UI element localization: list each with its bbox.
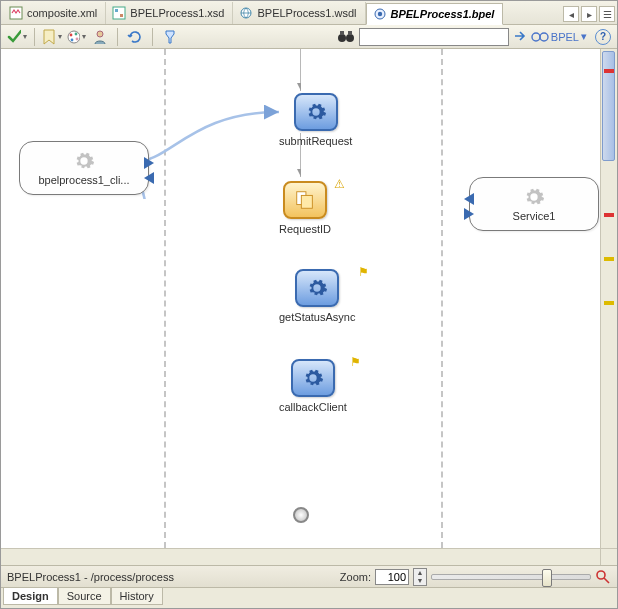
tab-label: BPELProcess1.bpel — [391, 8, 495, 20]
help-button[interactable]: ? — [595, 29, 611, 45]
wsdl-icon — [239, 6, 253, 20]
search-input[interactable] — [359, 28, 509, 46]
tab-controls: ◂ ▸ ☰ — [561, 4, 617, 24]
overview-markers — [604, 69, 614, 345]
design-canvas[interactable]: bpelprocess1_cli... Service1 submitReque… — [1, 49, 617, 566]
bookmarks-button[interactable] — [42, 27, 62, 47]
activity-requestid[interactable]: ⚠ RequestID — [279, 181, 331, 235]
activity-submitrequest[interactable]: submitRequest — [279, 93, 352, 147]
activity-label: callbackClient — [279, 401, 347, 413]
svg-rect-20 — [301, 195, 312, 208]
invoke-icon — [291, 359, 335, 397]
breakpoint-flag-icon: ⚑ — [350, 355, 361, 369]
svg-rect-1 — [113, 7, 125, 19]
binoculars-icon[interactable] — [337, 28, 355, 46]
partner-link-client[interactable]: bpelprocess1_cli... — [19, 141, 149, 195]
validate-button[interactable] — [7, 27, 27, 47]
process-end[interactable] — [293, 507, 309, 523]
svg-point-8 — [70, 33, 73, 36]
search-go-icon[interactable] — [513, 29, 527, 45]
zoom-controls: Zoom: ▲▼ — [340, 568, 611, 586]
gear-icon — [523, 186, 545, 208]
zoom-input[interactable] — [375, 569, 409, 585]
port-out-icon[interactable] — [464, 208, 474, 220]
svg-point-11 — [71, 38, 74, 41]
person-button[interactable] — [90, 27, 110, 47]
activity-getstatusasync[interactable]: ⚑ getStatusAsync — [279, 269, 355, 323]
tab-label: BPELProcess1.wsdl — [257, 7, 356, 19]
svg-point-17 — [532, 33, 540, 41]
tab-label: BPELProcess1.xsd — [130, 7, 224, 19]
footer-tabbar: Design Source History — [1, 588, 617, 608]
svg-rect-3 — [120, 14, 123, 17]
assign-icon — [283, 181, 327, 219]
tab-next-button[interactable]: ▸ — [581, 6, 597, 22]
tab-wsdl[interactable]: BPELProcess1.wsdl — [233, 2, 365, 24]
end-node-icon — [293, 507, 309, 523]
zoom-label: Zoom: — [340, 571, 371, 583]
zoom-spinner[interactable]: ▲▼ — [413, 568, 427, 586]
xml-icon — [9, 6, 23, 20]
breadcrumb[interactable]: BPELProcess1 - /process/process — [7, 571, 174, 583]
xsd-icon — [112, 6, 126, 20]
horizontal-scrollbar[interactable] — [1, 548, 600, 565]
gear-icon — [73, 150, 95, 172]
svg-rect-15 — [340, 31, 344, 35]
status-bar: BPELProcess1 - /process/process Zoom: ▲▼ — [1, 566, 617, 588]
test-button[interactable] — [160, 27, 180, 47]
partner-label: Service1 — [513, 210, 556, 222]
port-out-icon[interactable] — [144, 157, 154, 169]
tab-list-button[interactable]: ☰ — [599, 6, 615, 22]
svg-point-13 — [338, 34, 346, 42]
invoke-icon — [295, 269, 339, 307]
svg-point-18 — [540, 33, 548, 41]
editor-tabbar: composite.xml BPELProcess1.xsd BPELProce… — [1, 1, 617, 25]
svg-rect-2 — [115, 9, 118, 12]
warning-icon: ⚠ — [334, 177, 345, 191]
tab-composite-xml[interactable]: composite.xml — [3, 2, 106, 24]
tab-bpel[interactable]: BPELProcess1.bpel — [366, 3, 504, 25]
activity-label: submitRequest — [279, 135, 352, 147]
footer-tab-design[interactable]: Design — [3, 588, 58, 605]
bpel-mode-label: BPEL — [551, 31, 579, 43]
tab-xsd[interactable]: BPELProcess1.xsd — [106, 2, 233, 24]
slider-thumb[interactable] — [542, 569, 552, 587]
search-group: BPEL▾ ? — [337, 28, 611, 46]
zoom-slider[interactable] — [431, 574, 591, 580]
bpel-mode-button[interactable]: BPEL▾ — [531, 30, 587, 43]
scroll-corner — [600, 548, 617, 565]
svg-point-14 — [346, 34, 354, 42]
activity-callbackclient[interactable]: ⚑ callbackClient — [279, 359, 347, 413]
bpel-icon — [373, 7, 387, 21]
svg-point-6 — [377, 12, 381, 16]
svg-point-21 — [597, 571, 605, 579]
palette-button[interactable] — [66, 27, 86, 47]
svg-rect-16 — [348, 31, 352, 35]
refresh-button[interactable] — [125, 27, 145, 47]
port-in-icon[interactable] — [464, 193, 474, 205]
partner-link-service1[interactable]: Service1 — [469, 177, 599, 231]
lane-partners-right — [443, 49, 600, 548]
activity-label: getStatusAsync — [279, 311, 355, 323]
tab-prev-button[interactable]: ◂ — [563, 6, 579, 22]
port-in-icon[interactable] — [144, 172, 154, 184]
footer-tab-source[interactable]: Source — [58, 588, 111, 605]
svg-point-9 — [75, 32, 78, 35]
breakpoint-flag-icon: ⚑ — [358, 265, 369, 279]
lane-partners-left — [1, 49, 166, 548]
partner-label: bpelprocess1_cli... — [38, 174, 129, 186]
svg-point-10 — [76, 37, 79, 40]
tab-label: composite.xml — [27, 7, 97, 19]
footer-tab-history[interactable]: History — [111, 588, 163, 605]
svg-point-7 — [68, 31, 80, 43]
editor-toolbar: BPEL▾ ? — [1, 25, 617, 49]
svg-point-12 — [97, 31, 103, 37]
invoke-icon — [294, 93, 338, 131]
activity-label: RequestID — [279, 223, 331, 235]
zoom-fit-icon[interactable] — [595, 569, 611, 585]
